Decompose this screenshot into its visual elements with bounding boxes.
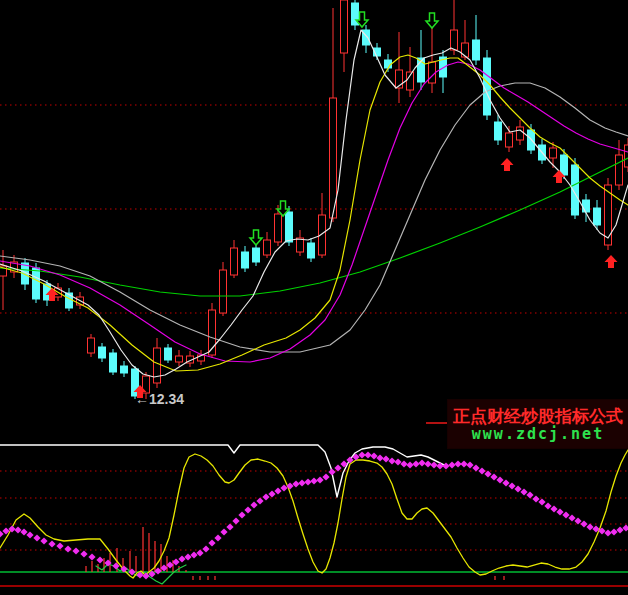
candle-up xyxy=(220,262,227,316)
diamond-marker xyxy=(412,460,419,467)
candle-down xyxy=(473,15,480,65)
diamond-marker xyxy=(526,491,533,498)
diamond-marker xyxy=(56,542,63,549)
diamond-marker xyxy=(406,461,413,468)
stock-chart-canvas xyxy=(0,0,628,595)
diamond-marker xyxy=(622,524,628,531)
watermark-title: 正点财经炒股指标公式 xyxy=(453,406,623,426)
diamond-marker xyxy=(316,476,323,483)
buy-arrow-icon xyxy=(501,158,514,171)
diamond-marker xyxy=(40,537,47,544)
diamond-marker xyxy=(616,526,623,533)
diamond-marker xyxy=(238,511,245,518)
panel-boundary-line xyxy=(0,445,446,497)
diamond-marker xyxy=(310,477,317,484)
diamond-marker xyxy=(184,553,191,560)
diamond-marker xyxy=(214,534,221,541)
diamond-marker xyxy=(514,485,521,492)
buy-arrow-icon xyxy=(605,255,618,268)
diamond-marker xyxy=(262,493,269,500)
diamond-marker xyxy=(532,495,539,502)
diamond-marker xyxy=(490,473,497,480)
diamond-marker xyxy=(196,549,203,556)
ma-green xyxy=(0,158,628,296)
diamond-marker xyxy=(48,540,55,547)
candle-down xyxy=(165,344,172,363)
diamond-marker xyxy=(250,501,257,508)
diamond-marker xyxy=(448,461,455,468)
diamond-marker xyxy=(478,467,485,474)
diamond-marker xyxy=(382,455,389,462)
diamond-marker xyxy=(286,482,293,489)
diamond-marker xyxy=(20,528,27,535)
diamond-marker xyxy=(33,534,40,541)
diamond-marker xyxy=(268,490,275,497)
watermark-pointer-line xyxy=(426,422,448,424)
diamond-marker xyxy=(502,479,509,486)
diamond-marker xyxy=(424,460,431,467)
candle-up xyxy=(616,140,623,190)
diamond-marker xyxy=(244,506,251,513)
candle-up xyxy=(0,250,7,310)
candle-up xyxy=(176,350,183,366)
diamond-marker xyxy=(232,517,239,524)
diamond-marker xyxy=(544,502,551,509)
candle-up xyxy=(625,138,628,172)
candle-up xyxy=(451,0,458,55)
diamond-marker xyxy=(562,511,569,518)
candle-down xyxy=(242,246,249,272)
diamond-marker xyxy=(460,460,467,467)
candle-down xyxy=(253,243,260,266)
diamond-marker xyxy=(96,556,103,563)
ma-gray xyxy=(0,83,628,352)
diamond-marker xyxy=(586,523,593,530)
ma-lines-group xyxy=(0,30,628,377)
diamond-marker xyxy=(274,487,281,494)
candle-up xyxy=(198,350,205,365)
candle-up xyxy=(605,178,612,250)
diamond-marker xyxy=(370,452,377,459)
stock-chart-window: ←12.34 正点财经炒股指标公式 www.zdcj.net xyxy=(0,0,628,595)
diamond-marker xyxy=(538,498,545,505)
ma-yellow xyxy=(0,55,628,371)
diamond-marker xyxy=(220,528,227,535)
indicator-diamond-dots xyxy=(0,451,628,579)
diamond-marker xyxy=(550,505,557,512)
candle-up xyxy=(88,334,95,357)
diamond-marker xyxy=(178,555,185,562)
diamond-marker xyxy=(14,526,21,533)
diamond-marker xyxy=(202,545,209,552)
diamond-marker xyxy=(292,480,299,487)
diamond-marker xyxy=(328,468,335,475)
price-low-label: ←12.34 xyxy=(135,391,184,407)
diamond-marker xyxy=(418,459,425,466)
watermark-box: 正点财经炒股指标公式 www.zdcj.net xyxy=(448,400,628,448)
ma-magenta xyxy=(0,62,628,362)
candle-up xyxy=(429,22,436,93)
diamond-marker xyxy=(520,488,527,495)
indicator-yellow-line xyxy=(0,450,628,578)
candle-down xyxy=(121,361,128,377)
candle-up xyxy=(231,240,238,278)
diamond-marker xyxy=(496,476,503,483)
diamond-marker xyxy=(394,458,401,465)
diamond-marker xyxy=(610,528,617,535)
candle-down xyxy=(99,343,106,362)
diamond-marker xyxy=(208,539,215,546)
diamond-marker xyxy=(26,531,33,538)
diamond-marker xyxy=(304,478,311,485)
diamond-marker xyxy=(388,457,395,464)
diamond-marker xyxy=(466,461,473,468)
watermark-url: www.zdcj.net xyxy=(472,426,604,443)
diamond-marker xyxy=(280,484,287,491)
candle-down xyxy=(440,50,447,93)
diamond-marker xyxy=(430,461,437,468)
candle-up xyxy=(297,230,304,256)
diamond-marker xyxy=(322,473,329,480)
diamond-marker xyxy=(72,547,79,554)
candle-up xyxy=(264,232,271,258)
diamond-marker xyxy=(64,545,71,552)
diamond-marker xyxy=(364,451,371,458)
diamond-marker xyxy=(442,462,449,469)
diamond-marker xyxy=(556,508,563,515)
